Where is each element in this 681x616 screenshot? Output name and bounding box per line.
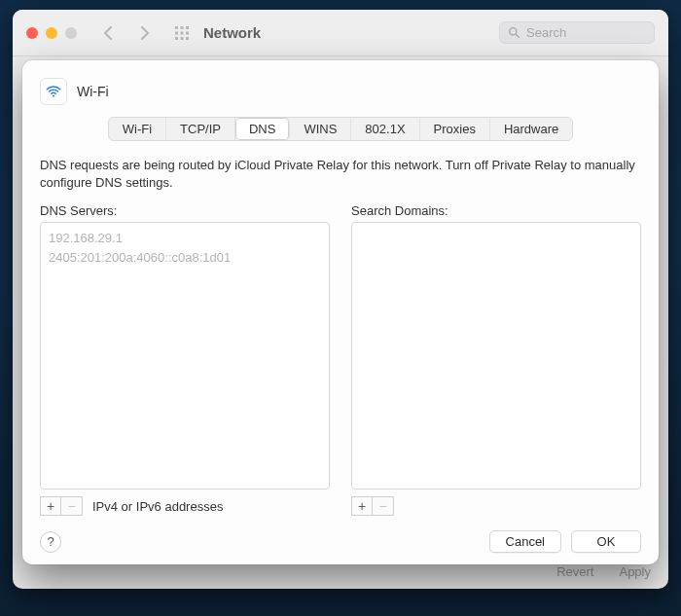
dns-servers-listbox[interactable]: 192.168.29.12405:201:200a:4060::c0a8:1d0… xyxy=(40,222,330,489)
search-domains-column: Search Domains: + − xyxy=(351,203,641,517)
search-placeholder: Search xyxy=(526,25,566,40)
dns-servers-column: DNS Servers: 192.168.29.12405:201:200a:4… xyxy=(40,203,330,517)
network-advanced-sheet: Wi-Fi Wi-FiTCP/IPDNSWINS802.1XProxiesHar… xyxy=(22,60,659,564)
traffic-lights xyxy=(26,27,77,39)
help-button[interactable]: ? xyxy=(40,531,61,553)
dns-footer-hint: IPv4 or IPv6 addresses xyxy=(92,499,223,514)
svg-rect-0 xyxy=(175,26,178,29)
tab-tcp-ip[interactable]: TCP/IP xyxy=(166,118,235,140)
search-domains-listbox[interactable] xyxy=(351,222,641,489)
tab-bar: Wi-FiTCP/IPDNSWINS802.1XProxiesHardware xyxy=(108,117,574,141)
titlebar: Network Search xyxy=(13,10,668,56)
window-title: Network xyxy=(203,24,491,41)
add-dns-button[interactable]: + xyxy=(40,496,61,516)
cancel-button[interactable]: Cancel xyxy=(489,530,561,553)
back-button[interactable] xyxy=(98,26,118,40)
search-domains-label: Search Domains: xyxy=(351,203,641,218)
service-name: Wi-Fi xyxy=(77,84,109,99)
tab-802-1x[interactable]: 802.1X xyxy=(351,118,419,140)
dns-server-entry[interactable]: 2405:201:200a:4060::c0a8:1d01 xyxy=(49,248,321,268)
show-all-icon[interactable] xyxy=(172,25,192,41)
close-window-button[interactable] xyxy=(26,27,38,39)
remove-domain-button[interactable]: − xyxy=(373,496,394,516)
svg-rect-3 xyxy=(175,31,178,34)
svg-rect-4 xyxy=(181,31,184,34)
parent-footer: Revert Apply xyxy=(556,564,651,579)
search-field[interactable]: Search xyxy=(499,21,655,44)
svg-rect-2 xyxy=(186,26,189,29)
svg-rect-5 xyxy=(186,31,189,34)
forward-button[interactable] xyxy=(135,26,155,40)
svg-line-10 xyxy=(516,34,519,37)
dns-server-entry[interactable]: 192.168.29.1 xyxy=(49,229,321,248)
svg-rect-1 xyxy=(181,26,184,29)
zoom-window-button[interactable] xyxy=(65,27,77,39)
dns-servers-label: DNS Servers: xyxy=(40,203,330,218)
svg-point-11 xyxy=(53,94,54,96)
tab-dns[interactable]: DNS xyxy=(235,118,290,140)
svg-rect-8 xyxy=(186,37,189,40)
tab-hardware[interactable]: Hardware xyxy=(490,118,572,140)
tab-wins[interactable]: WINS xyxy=(290,118,351,140)
tab-proxies[interactable]: Proxies xyxy=(420,118,490,140)
svg-rect-6 xyxy=(175,37,178,40)
search-icon xyxy=(508,26,520,39)
revert-button[interactable]: Revert xyxy=(556,564,593,579)
ok-button[interactable]: OK xyxy=(571,530,641,553)
remove-dns-button[interactable]: − xyxy=(61,496,83,516)
tab-wi-fi[interactable]: Wi-Fi xyxy=(109,118,166,140)
add-domain-button[interactable]: + xyxy=(351,496,373,516)
wifi-icon xyxy=(40,78,67,105)
apply-button[interactable]: Apply xyxy=(619,564,651,579)
svg-rect-7 xyxy=(181,37,184,40)
dns-info-text: DNS requests are being routed by iCloud … xyxy=(40,157,641,192)
minimize-window-button[interactable] xyxy=(46,27,57,39)
